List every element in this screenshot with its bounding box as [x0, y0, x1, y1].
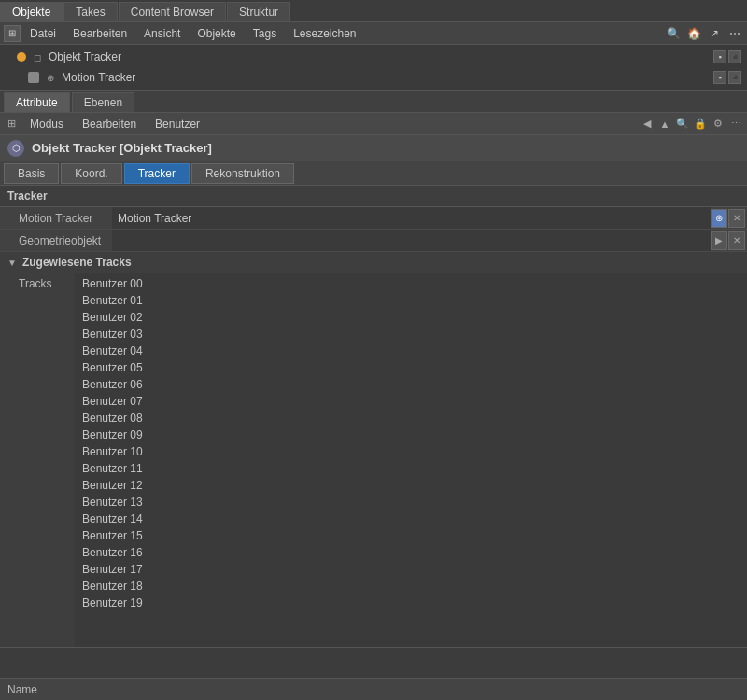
track-item-6[interactable]: Benutzer 06 — [75, 376, 747, 393]
motion-tracker-value[interactable]: Motion Tracker — [112, 207, 711, 229]
object-action-btn-1[interactable]: ▪ — [713, 50, 726, 63]
zugewiesene-tracks-title: Zugewiesene Tracks — [22, 256, 132, 269]
tab-struktur[interactable]: Struktur — [227, 2, 290, 21]
attr-menu-benutzer[interactable]: Benutzer — [148, 116, 207, 133]
attr-menu-grid-icon[interactable]: ⊞ — [4, 117, 19, 132]
sub-tab-koord[interactable]: Koord. — [61, 163, 121, 184]
track-item-14[interactable]: Benutzer 14 — [75, 511, 747, 527]
attr-menu-right: ◀ ▲ 🔍 🔒 ⚙ ⋯ — [640, 117, 743, 132]
zugewiesene-tracks-section: ▼ Zugewiesene Tracks Tracks Benutzer 00B… — [0, 252, 747, 648]
menu-bar: ⊞ Datei Bearbeiten Ansicht Objekte Tags … — [0, 22, 747, 45]
menu-objekte[interactable]: Objekte — [190, 25, 243, 42]
track-item-1[interactable]: Benutzer 01 — [75, 292, 747, 309]
attr-arrow-left-icon[interactable]: ◀ — [640, 117, 655, 132]
geometrieobjekt-label: Geometrieobjekt — [0, 234, 112, 247]
geometrieobjekt-btn-right[interactable]: ▶ — [711, 231, 727, 250]
expand-icon[interactable]: ↗ — [706, 25, 723, 42]
tab-takes[interactable]: Takes — [63, 2, 117, 21]
tracks-content: Tracks Benutzer 00Benutzer 01Benutzer 02… — [0, 273, 747, 648]
sub-tab-basis[interactable]: Basis — [4, 163, 59, 184]
bottom-bar: Name — [0, 678, 747, 700]
attr-menu-bearbeiten[interactable]: Bearbeiten — [75, 116, 144, 133]
attr-tab-ebenen[interactable]: Ebenen — [72, 92, 134, 112]
motion-tracker-btn-blue[interactable]: ⊛ — [711, 209, 727, 228]
object-icon-cube: ◻ — [30, 49, 45, 64]
home-icon[interactable]: 🏠 — [685, 25, 702, 42]
track-item-5[interactable]: Benutzer 05 — [75, 359, 747, 376]
tracks-list[interactable]: Benutzer 00Benutzer 01Benutzer 02Benutze… — [75, 273, 747, 647]
track-item-18[interactable]: Benutzer 18 — [75, 578, 747, 595]
attr-more-icon[interactable]: ⋯ — [728, 117, 743, 132]
track-item-16[interactable]: Benutzer 16 — [75, 544, 747, 561]
menu-lesezeichen[interactable]: Lesezeichen — [286, 25, 363, 42]
attr-menu-modus[interactable]: Modus — [22, 116, 71, 133]
object-action-btn-m1[interactable]: ▪ — [713, 71, 726, 84]
menu-right-icons: 🔍 🏠 ↗ ⋯ — [665, 25, 743, 42]
track-item-11[interactable]: Benutzer 11 — [75, 460, 747, 477]
object-name-objekt-tracker: Objekt Tracker — [49, 50, 710, 63]
motion-tracker-label: Motion Tracker — [0, 212, 112, 225]
attr-lock-icon[interactable]: 🔒 — [693, 117, 708, 132]
menu-grid-icon[interactable]: ⊞ — [4, 25, 21, 42]
track-item-15[interactable]: Benutzer 15 — [75, 527, 747, 544]
attr-settings-icon[interactable]: ⚙ — [711, 117, 726, 132]
track-item-4[interactable]: Benutzer 04 — [75, 343, 747, 359]
tracks-list-wrapper: Benutzer 00Benutzer 01Benutzer 02Benutze… — [75, 273, 747, 647]
object-bullet-motion — [28, 72, 39, 83]
sub-tab-tracker[interactable]: Tracker — [124, 163, 190, 184]
track-item-13[interactable]: Benutzer 13 — [75, 494, 747, 511]
geometrieobjekt-btn-clear[interactable]: ✕ — [728, 231, 745, 250]
sub-tabs: Basis Koord. Tracker Rekonstruktion — [0, 161, 747, 186]
bottom-name-label: Name — [7, 683, 37, 696]
menu-datei[interactable]: Datei — [22, 25, 63, 42]
object-title-text: Objekt Tracker [Objekt Tracker] — [32, 141, 212, 155]
object-actions: ▪ ◾ — [713, 50, 741, 63]
top-tab-bar: Objekte Takes Content Browser Struktur — [0, 0, 747, 22]
geometrieobjekt-row: Geometrieobjekt ▶ ✕ — [0, 230, 747, 252]
track-item-19[interactable]: Benutzer 19 — [75, 595, 747, 611]
track-item-12[interactable]: Benutzer 12 — [75, 477, 747, 494]
motion-tracker-btn-clear[interactable]: ✕ — [728, 209, 745, 228]
menu-ansicht[interactable]: Ansicht — [136, 25, 188, 42]
geometrieobjekt-value[interactable] — [112, 230, 711, 251]
object-name-motion-tracker: Motion Tracker — [62, 71, 710, 84]
attr-tab-attribute[interactable]: Attribute — [4, 92, 70, 112]
search-icon[interactable]: 🔍 — [665, 25, 682, 42]
track-item-7[interactable]: Benutzer 07 — [75, 393, 747, 410]
motion-tracker-btns: ⊛ ✕ — [711, 209, 747, 228]
geometrieobjekt-btns: ▶ ✕ — [711, 231, 747, 250]
track-item-3[interactable]: Benutzer 03 — [75, 326, 747, 343]
object-title-row: ⬡ Objekt Tracker [Objekt Tracker] — [0, 135, 747, 161]
menu-bearbeiten[interactable]: Bearbeiten — [65, 25, 134, 42]
attr-menu-bar: ⊞ Modus Bearbeiten Benutzer ◀ ▲ 🔍 🔒 ⚙ ⋯ — [0, 113, 747, 135]
object-row-motion-tracker[interactable]: ⊕ Motion Tracker ▪ ◾ — [4, 67, 743, 88]
track-item-10[interactable]: Benutzer 10 — [75, 443, 747, 460]
attr-tabs: Attribute Ebenen — [0, 91, 747, 113]
zugewiesene-tracks-header: ▼ Zugewiesene Tracks — [0, 252, 747, 273]
object-bullet-orange — [17, 52, 26, 62]
attr-search-icon[interactable]: 🔍 — [675, 117, 690, 132]
track-item-2[interactable]: Benutzer 02 — [75, 309, 747, 326]
tracker-section-header: Tracker — [0, 186, 747, 207]
object-list: ◻ Objekt Tracker ▪ ◾ ⊕ Motion Tracker ▪ … — [0, 45, 747, 91]
object-action-btn-2[interactable]: ◾ — [728, 50, 741, 63]
menu-tags[interactable]: Tags — [246, 25, 284, 42]
tracks-label: Tracks — [0, 273, 75, 647]
track-item-0[interactable]: Benutzer 00 — [75, 275, 747, 292]
track-item-17[interactable]: Benutzer 17 — [75, 561, 747, 578]
tracks-collapse-arrow[interactable]: ▼ — [7, 258, 17, 268]
sub-tab-rekonstruktion[interactable]: Rekonstruktion — [191, 163, 294, 184]
track-item-9[interactable]: Benutzer 09 — [75, 427, 747, 443]
more-icon[interactable]: ⋯ — [726, 25, 743, 42]
object-actions-motion: ▪ ◾ — [713, 71, 741, 84]
object-row-tracker[interactable]: ◻ Objekt Tracker ▪ ◾ — [4, 47, 743, 67]
motion-tracker-row: Motion Tracker Motion Tracker ⊛ ✕ — [0, 207, 747, 230]
object-action-btn-m2[interactable]: ◾ — [728, 71, 741, 84]
track-item-8[interactable]: Benutzer 08 — [75, 410, 747, 427]
tab-content-browser[interactable]: Content Browser — [119, 2, 226, 21]
object-title-icon: ⬡ — [7, 140, 24, 157]
attr-arrow-up-icon[interactable]: ▲ — [657, 117, 672, 132]
object-icon-motion: ⊕ — [43, 70, 58, 85]
tab-objekte[interactable]: Objekte — [0, 2, 63, 21]
